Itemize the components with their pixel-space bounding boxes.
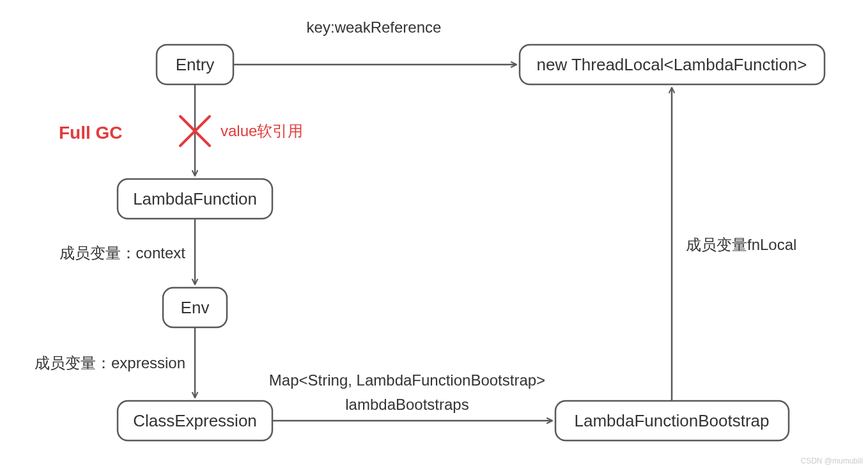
edge-classexpression-to-bootstrap: Map<String, LambdaFunctionBootstrap> lam… (269, 371, 552, 421)
edge-lambdafunction-to-env: 成员变量：context (59, 219, 195, 285)
edge-member-fnlocal-label: 成员变量fnLocal (686, 236, 796, 253)
node-threadlocal-label: new ThreadLocal<LambdaFunction> (536, 55, 807, 74)
edge-bootstrap-to-threadlocal: 成员变量fnLocal (672, 88, 796, 401)
watermark: CSDN @mumubili (800, 456, 863, 465)
edge-member-expression-label: 成员变量：expression (35, 354, 185, 371)
node-entry-label: Entry (176, 55, 215, 74)
node-classexpression: ClassExpression (118, 401, 272, 441)
edge-entry-to-lambdafunction: value软引用 (180, 84, 303, 176)
node-bootstrap-label: LambdaFunctionBootstrap (575, 411, 770, 430)
node-classexpression-label: ClassExpression (133, 411, 257, 430)
node-threadlocal: new ThreadLocal<LambdaFunction> (520, 45, 825, 84)
node-env: Env (163, 288, 227, 327)
edge-member-context-label: 成员变量：context (59, 244, 186, 261)
edge-entry-to-threadlocal: key:weakReference (233, 19, 516, 65)
node-bootstrap: LambdaFunctionBootstrap (555, 401, 789, 441)
node-lambdafunction-label: LambdaFunction (133, 189, 257, 208)
edge-value-softref-label: value软引用 (221, 122, 303, 139)
annotation-full-gc: Full GC (59, 123, 123, 143)
node-lambdafunction: LambdaFunction (118, 179, 272, 219)
edge-key-weakref-label: key:weakReference (307, 19, 442, 36)
edge-map-type-label: Map<String, LambdaFunctionBootstrap> (269, 371, 545, 389)
node-entry: Entry (157, 45, 233, 84)
edge-lambda-bootstraps-label: lambdaBootstraps (345, 396, 469, 413)
node-env-label: Env (181, 298, 210, 317)
edge-env-to-classexpression: 成员变量：expression (35, 327, 195, 398)
